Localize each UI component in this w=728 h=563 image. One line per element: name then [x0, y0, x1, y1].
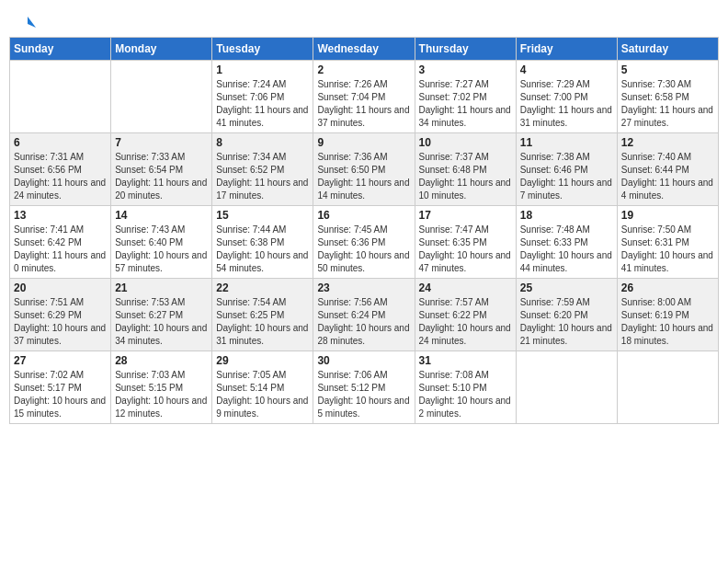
calendar-cell: 30Sunrise: 7:06 AM Sunset: 5:12 PM Dayli… [313, 351, 415, 424]
calendar-week-row: 27Sunrise: 7:02 AM Sunset: 5:17 PM Dayli… [10, 351, 719, 424]
calendar-cell: 1Sunrise: 7:24 AM Sunset: 7:06 PM Daylig… [212, 61, 313, 133]
day-info: Sunrise: 7:53 AM Sunset: 6:27 PM Dayligh… [115, 296, 208, 348]
day-info: Sunrise: 7:34 AM Sunset: 6:52 PM Dayligh… [216, 151, 309, 202]
calendar-cell: 14Sunrise: 7:43 AM Sunset: 6:40 PM Dayli… [111, 206, 212, 279]
calendar-cell: 6Sunrise: 7:31 AM Sunset: 6:56 PM Daylig… [10, 133, 111, 206]
calendar-cell: 23Sunrise: 7:56 AM Sunset: 6:24 PM Dayli… [313, 279, 415, 351]
logo [18, 17, 36, 28]
calendar-cell: 8Sunrise: 7:34 AM Sunset: 6:52 PM Daylig… [212, 133, 313, 206]
weekday-header: Tuesday [212, 38, 313, 61]
day-info: Sunrise: 7:50 AM Sunset: 6:31 PM Dayligh… [621, 224, 714, 275]
day-number: 10 [419, 136, 512, 149]
day-info: Sunrise: 7:38 AM Sunset: 6:46 PM Dayligh… [520, 151, 613, 202]
calendar-cell: 22Sunrise: 7:54 AM Sunset: 6:25 PM Dayli… [212, 279, 313, 351]
calendar-cell: 29Sunrise: 7:05 AM Sunset: 5:14 PM Dayli… [212, 351, 313, 424]
day-info: Sunrise: 7:45 AM Sunset: 6:36 PM Dayligh… [317, 224, 410, 275]
calendar-cell: 19Sunrise: 7:50 AM Sunset: 6:31 PM Dayli… [617, 206, 718, 279]
calendar-cell: 5Sunrise: 7:30 AM Sunset: 6:58 PM Daylig… [617, 61, 718, 133]
day-number: 28 [115, 354, 208, 367]
day-info: Sunrise: 7:05 AM Sunset: 5:14 PM Dayligh… [216, 369, 309, 420]
day-info: Sunrise: 7:40 AM Sunset: 6:44 PM Dayligh… [621, 151, 714, 202]
calendar-cell: 9Sunrise: 7:36 AM Sunset: 6:50 PM Daylig… [313, 133, 415, 206]
calendar-week-row: 6Sunrise: 7:31 AM Sunset: 6:56 PM Daylig… [10, 133, 719, 206]
day-number: 30 [317, 354, 410, 367]
calendar-cell: 31Sunrise: 7:08 AM Sunset: 5:10 PM Dayli… [415, 351, 516, 424]
day-number: 13 [14, 209, 107, 222]
calendar-cell [10, 61, 111, 133]
day-number: 27 [14, 354, 107, 367]
calendar-cell [516, 351, 617, 424]
calendar-cell: 27Sunrise: 7:02 AM Sunset: 5:17 PM Dayli… [10, 351, 111, 424]
calendar-cell: 13Sunrise: 7:41 AM Sunset: 6:42 PM Dayli… [10, 206, 111, 279]
day-number: 29 [216, 354, 309, 367]
day-number: 20 [14, 282, 107, 294]
day-info: Sunrise: 7:47 AM Sunset: 6:35 PM Dayligh… [419, 224, 512, 275]
day-number: 26 [621, 282, 714, 294]
day-number: 14 [115, 209, 208, 222]
day-number: 25 [520, 282, 613, 294]
calendar-table: SundayMondayTuesdayWednesdayThursdayFrid… [9, 37, 719, 424]
day-info: Sunrise: 7:43 AM Sunset: 6:40 PM Dayligh… [115, 224, 208, 275]
day-info: Sunrise: 7:41 AM Sunset: 6:42 PM Dayligh… [14, 224, 107, 275]
calendar-cell [111, 61, 212, 133]
calendar-header-row: SundayMondayTuesdayWednesdayThursdayFrid… [10, 38, 719, 61]
calendar-cell: 18Sunrise: 7:48 AM Sunset: 6:33 PM Dayli… [516, 206, 617, 279]
day-number: 12 [621, 136, 714, 149]
calendar-cell: 17Sunrise: 7:47 AM Sunset: 6:35 PM Dayli… [415, 206, 516, 279]
calendar-cell: 24Sunrise: 7:57 AM Sunset: 6:22 PM Dayli… [415, 279, 516, 351]
day-number: 24 [419, 282, 512, 294]
day-number: 23 [317, 282, 410, 294]
day-number: 16 [317, 209, 410, 222]
day-number: 19 [621, 209, 714, 222]
calendar-cell: 15Sunrise: 7:44 AM Sunset: 6:38 PM Dayli… [212, 206, 313, 279]
weekday-header: Sunday [10, 38, 111, 61]
day-number: 1 [216, 63, 309, 76]
calendar-cell: 12Sunrise: 7:40 AM Sunset: 6:44 PM Dayli… [617, 133, 718, 206]
day-number: 5 [621, 63, 714, 76]
day-number: 18 [520, 209, 613, 222]
day-number: 15 [216, 209, 309, 222]
day-info: Sunrise: 7:30 AM Sunset: 6:58 PM Dayligh… [621, 78, 714, 130]
calendar-cell: 7Sunrise: 7:33 AM Sunset: 6:54 PM Daylig… [111, 133, 212, 206]
day-info: Sunrise: 7:44 AM Sunset: 6:38 PM Dayligh… [216, 224, 309, 275]
day-number: 7 [115, 136, 208, 149]
calendar-week-row: 13Sunrise: 7:41 AM Sunset: 6:42 PM Dayli… [10, 206, 719, 279]
day-number: 8 [216, 136, 309, 149]
day-info: Sunrise: 7:03 AM Sunset: 5:15 PM Dayligh… [115, 369, 208, 420]
day-info: Sunrise: 7:24 AM Sunset: 7:06 PM Dayligh… [216, 78, 309, 130]
day-number: 11 [520, 136, 613, 149]
calendar-cell: 28Sunrise: 7:03 AM Sunset: 5:15 PM Dayli… [111, 351, 212, 424]
day-info: Sunrise: 7:56 AM Sunset: 6:24 PM Dayligh… [317, 296, 410, 348]
day-number: 21 [115, 282, 208, 294]
svg-marker-0 [28, 17, 36, 28]
calendar-week-row: 20Sunrise: 7:51 AM Sunset: 6:29 PM Dayli… [10, 279, 719, 351]
calendar-cell: 4Sunrise: 7:29 AM Sunset: 7:00 PM Daylig… [516, 61, 617, 133]
weekday-header: Friday [516, 38, 617, 61]
day-info: Sunrise: 7:51 AM Sunset: 6:29 PM Dayligh… [14, 296, 107, 348]
day-info: Sunrise: 7:37 AM Sunset: 6:48 PM Dayligh… [419, 151, 512, 202]
calendar-cell: 21Sunrise: 7:53 AM Sunset: 6:27 PM Dayli… [111, 279, 212, 351]
day-info: Sunrise: 7:59 AM Sunset: 6:20 PM Dayligh… [520, 296, 613, 348]
weekday-header: Wednesday [313, 38, 415, 61]
day-info: Sunrise: 7:31 AM Sunset: 6:56 PM Dayligh… [14, 151, 107, 202]
day-number: 4 [520, 63, 613, 76]
calendar-cell: 16Sunrise: 7:45 AM Sunset: 6:36 PM Dayli… [313, 206, 415, 279]
calendar-cell: 26Sunrise: 8:00 AM Sunset: 6:19 PM Dayli… [617, 279, 718, 351]
day-info: Sunrise: 7:57 AM Sunset: 6:22 PM Dayligh… [419, 296, 512, 348]
day-number: 9 [317, 136, 410, 149]
weekday-header: Thursday [415, 38, 516, 61]
calendar-cell: 11Sunrise: 7:38 AM Sunset: 6:46 PM Dayli… [516, 133, 617, 206]
calendar-cell: 20Sunrise: 7:51 AM Sunset: 6:29 PM Dayli… [10, 279, 111, 351]
calendar-cell: 10Sunrise: 7:37 AM Sunset: 6:48 PM Dayli… [415, 133, 516, 206]
day-info: Sunrise: 7:08 AM Sunset: 5:10 PM Dayligh… [419, 369, 512, 420]
day-info: Sunrise: 7:26 AM Sunset: 7:04 PM Dayligh… [317, 78, 410, 130]
weekday-header: Monday [111, 38, 212, 61]
day-number: 6 [14, 136, 107, 149]
calendar-week-row: 1Sunrise: 7:24 AM Sunset: 7:06 PM Daylig… [10, 61, 719, 133]
day-info: Sunrise: 7:48 AM Sunset: 6:33 PM Dayligh… [520, 224, 613, 275]
day-info: Sunrise: 7:02 AM Sunset: 5:17 PM Dayligh… [14, 369, 107, 420]
calendar-cell: 3Sunrise: 7:27 AM Sunset: 7:02 PM Daylig… [415, 61, 516, 133]
calendar-cell: 2Sunrise: 7:26 AM Sunset: 7:04 PM Daylig… [313, 61, 415, 133]
day-info: Sunrise: 7:29 AM Sunset: 7:00 PM Dayligh… [520, 78, 613, 130]
day-number: 22 [216, 282, 309, 294]
